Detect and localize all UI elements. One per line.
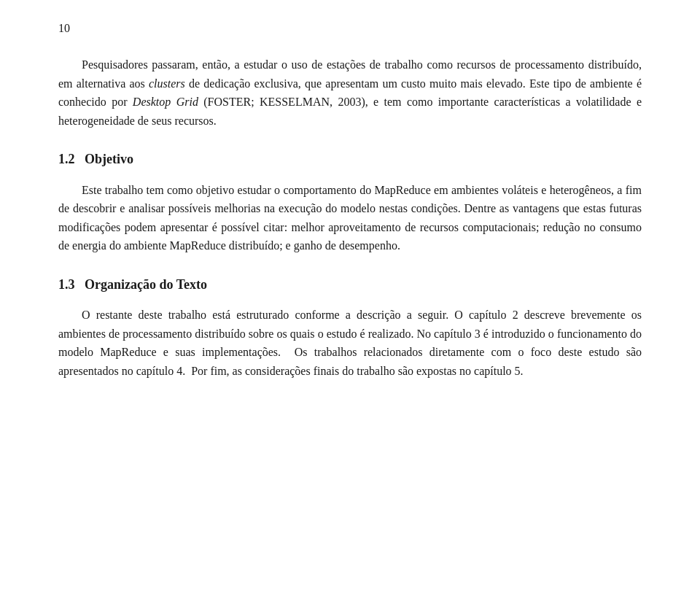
intro-paragraph: Pesquisadores passaram, então, a estudar… [58, 55, 642, 130]
section-1-3-paragraph: O restante deste trabalho está estrutura… [58, 306, 642, 380]
section-1-3-heading: 1.3 Organização do Texto [58, 276, 642, 294]
section-1-2-paragraph: Este trabalho tem como objetivo estudar … [58, 181, 642, 255]
section-1-2-heading: 1.2 Objetivo [58, 150, 642, 169]
clusters-italic: clusters [149, 77, 185, 90]
page-content: 10 Pesquisadores passaram, então, a estu… [0, 0, 700, 612]
page-number: 10 [58, 22, 642, 35]
desktop-grid-italic: Desktop Grid [133, 96, 198, 108]
